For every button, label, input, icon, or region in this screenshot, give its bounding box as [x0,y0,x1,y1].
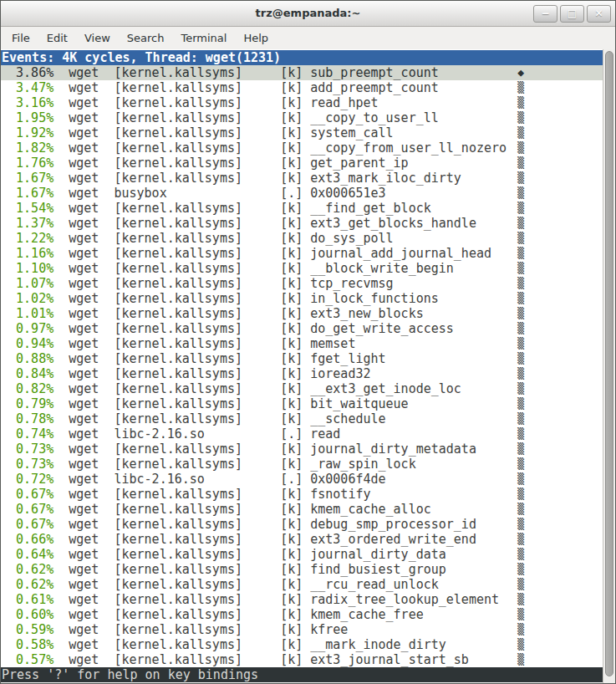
row-percent: 0.79% [1,396,53,411]
row-scroll-marker: ▒ [517,592,524,607]
row-shared-object: [kernel.kallsyms] [114,95,242,110]
menu-edit[interactable]: Edit [38,28,76,48]
row-symbol: 0x0006f4de [310,472,385,487]
perf-row[interactable]: 0.67% wget [kernel.kallsyms] [k] kmem_ca… [1,502,603,517]
row-symbol: find_busiest_group [310,562,446,577]
row-command: wget [69,442,99,457]
perf-row[interactable]: 1.67% wget busybox [.] 0x000651e3 ▒ [1,186,603,201]
perf-row[interactable]: 1.16% wget [kernel.kallsyms] [k] journal… [1,246,603,261]
row-mode: [k] [280,291,303,306]
title-bar[interactable]: trz@empanada:~ − □ ✕ [1,1,615,27]
row-command: wget [69,291,99,306]
row-symbol: system_call [310,125,393,140]
row-command: wget [69,306,99,321]
perf-row[interactable]: 1.02% wget [kernel.kallsyms] [k] in_lock… [1,291,603,306]
row-command: wget [69,457,99,472]
perf-row[interactable]: 0.88% wget [kernel.kallsyms] [k] fget_li… [1,351,603,366]
perf-row[interactable]: 0.59% wget [kernel.kallsyms] [k] kfree ▒ [1,622,603,637]
row-percent: 3.47% [1,80,53,95]
row-command: wget [69,110,99,125]
perf-row[interactable]: 0.78% wget [kernel.kallsyms] [k] __sched… [1,411,603,426]
row-percent: 0.62% [1,577,53,592]
perf-row[interactable]: 0.97% wget [kernel.kallsyms] [k] do_get_… [1,321,603,336]
perf-row[interactable]: 1.07% wget [kernel.kallsyms] [k] tcp_rec… [1,276,603,291]
menu-terminal[interactable]: Terminal [172,28,235,48]
perf-row[interactable]: 0.79% wget [kernel.kallsyms] [k] bit_wai… [1,396,603,411]
row-percent: 0.84% [1,366,53,381]
row-scroll-marker: ▒ [517,442,524,457]
row-symbol: journal_dirty_metadata [310,442,476,457]
row-shared-object: [kernel.kallsyms] [114,532,242,547]
menu-search[interactable]: Search [119,28,173,48]
row-mode: [k] [280,110,303,125]
minimize-button[interactable]: − [533,5,557,23]
perf-row[interactable]: 0.74% wget libc-2.16.so [.] read ▒ [1,426,603,442]
perf-row[interactable]: 1.37% wget [kernel.kallsyms] [k] ext3_ge… [1,216,603,231]
maximize-button[interactable]: □ [560,5,584,23]
row-symbol: kmem_cache_free [310,607,423,622]
perf-row[interactable]: 0.62% wget [kernel.kallsyms] [k] find_bu… [1,562,603,577]
row-percent: 1.67% [1,171,53,186]
row-command: wget [69,472,99,487]
perf-row[interactable]: 0.67% wget [kernel.kallsyms] [k] fsnotif… [1,487,603,502]
row-mode: [k] [280,652,303,667]
perf-row[interactable]: 1.67% wget [kernel.kallsyms] [k] ext3_ma… [1,171,603,186]
perf-row[interactable]: 3.86% wget [kernel.kallsyms] [k] sub_pre… [1,65,603,80]
perf-row[interactable]: 0.73% wget [kernel.kallsyms] [k] journal… [1,442,603,457]
perf-row[interactable]: 0.58% wget [kernel.kallsyms] [k] __mark_… [1,637,603,652]
row-command: wget [69,140,99,156]
perf-row[interactable]: 0.73% wget [kernel.kallsyms] [k] _raw_sp… [1,457,603,472]
row-shared-object: [kernel.kallsyms] [114,562,242,577]
perf-row[interactable]: 1.10% wget [kernel.kallsyms] [k] __block… [1,261,603,276]
row-mode: [k] [280,276,303,291]
row-scroll-marker: ▒ [517,426,524,442]
menu-help[interactable]: Help [235,28,277,48]
scrollbar-track[interactable] [603,49,615,683]
perf-row[interactable]: 0.72% wget libc-2.16.so [.] 0x0006f4de ▒ [1,472,603,487]
perf-row[interactable]: 3.16% wget [kernel.kallsyms] [k] read_hp… [1,95,603,110]
perf-row[interactable]: 0.62% wget [kernel.kallsyms] [k] __rcu_r… [1,577,603,592]
perf-row[interactable]: 0.84% wget [kernel.kallsyms] [k] ioread3… [1,366,603,381]
row-mode: [k] [280,577,303,592]
row-command: wget [69,276,99,291]
row-percent: 1.22% [1,231,53,246]
row-symbol: memset [310,336,355,351]
perf-row[interactable]: 0.82% wget [kernel.kallsyms] [k] __ext3_… [1,381,603,396]
row-mode: [k] [280,125,303,140]
row-shared-object: [kernel.kallsyms] [114,291,242,306]
perf-row[interactable]: 1.01% wget [kernel.kallsyms] [k] ext3_ne… [1,306,603,321]
row-shared-object: [kernel.kallsyms] [114,246,242,261]
row-shared-object: [kernel.kallsyms] [114,231,242,246]
row-symbol: read_hpet [310,95,378,110]
perf-row[interactable]: 0.64% wget [kernel.kallsyms] [k] journal… [1,547,603,562]
row-command: wget [69,547,99,562]
perf-row[interactable]: 1.54% wget [kernel.kallsyms] [k] __find_… [1,201,603,216]
perf-row[interactable]: 1.92% wget [kernel.kallsyms] [k] system_… [1,125,603,140]
perf-row[interactable]: 3.47% wget [kernel.kallsyms] [k] add_pre… [1,80,603,95]
row-scroll-marker: ▒ [517,517,524,532]
perf-row[interactable]: 0.66% wget [kernel.kallsyms] [k] ext3_or… [1,532,603,547]
perf-row[interactable]: 1.76% wget [kernel.kallsyms] [k] get_par… [1,156,603,171]
row-scroll-marker: ▒ [517,276,524,291]
perf-row[interactable]: 0.61% wget [kernel.kallsyms] [k] radix_t… [1,592,603,607]
perf-row[interactable]: 0.94% wget [kernel.kallsyms] [k] memset … [1,336,603,351]
perf-row[interactable]: 0.60% wget [kernel.kallsyms] [k] kmem_ca… [1,607,603,622]
terminal-content: Events: 4K cycles, Thread: wget(1231) 3.… [1,49,603,683]
row-scroll-marker: ▒ [517,156,524,171]
row-scroll-marker: ▒ [517,246,524,261]
menu-file[interactable]: File [3,28,38,48]
menu-view[interactable]: View [76,28,119,48]
row-symbol: do_sys_poll [310,231,393,246]
perf-row[interactable]: 0.67% wget [kernel.kallsyms] [k] debug_s… [1,517,603,532]
close-button[interactable]: ✕ [587,5,611,23]
row-shared-object: [kernel.kallsyms] [114,607,242,622]
row-percent: 0.97% [1,321,53,336]
perf-row[interactable]: 1.22% wget [kernel.kallsyms] [k] do_sys_… [1,231,603,246]
perf-row[interactable]: 1.82% wget [kernel.kallsyms] [k] __copy_… [1,140,603,156]
perf-row[interactable]: 0.57% wget [kernel.kallsyms] [k] ext3_jo… [1,652,603,667]
row-symbol: ext3_new_blocks [310,306,423,321]
row-mode: [k] [280,517,303,532]
perf-row[interactable]: 1.95% wget [kernel.kallsyms] [k] __copy_… [1,110,603,125]
row-scroll-marker: ▒ [517,457,524,472]
scrollbar-thumb[interactable] [605,51,613,676]
